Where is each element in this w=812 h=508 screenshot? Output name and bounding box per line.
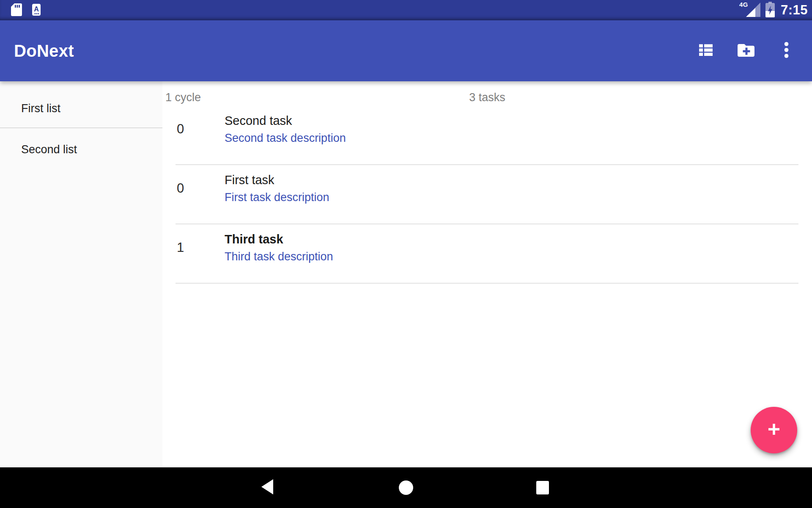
sd-card-icon [11, 3, 22, 18]
sidebar-item-second-list[interactable]: Second list [0, 128, 162, 171]
task-cycle-count: 1 [177, 230, 225, 265]
view-list-button[interactable] [698, 42, 714, 59]
status-bar: A 4G 7:15 [0, 0, 812, 20]
overflow-menu-button[interactable] [778, 42, 794, 59]
add-task-fab[interactable] [751, 407, 797, 453]
task-description: Third task description [225, 248, 333, 265]
main-area: First list Second list 1 cycle 3 tasks 0… [0, 81, 812, 467]
task-description: First task description [225, 189, 329, 206]
sidebar-item-label: Second list [21, 143, 77, 156]
cycle-count-label: 1 cycle [162, 91, 201, 106]
task-row[interactable]: 0 First task First task description [162, 165, 812, 224]
plus-icon [767, 422, 781, 438]
task-cycle-count: 0 [177, 112, 225, 146]
signal-strength-icon: 4G [742, 2, 760, 18]
back-icon[interactable] [261, 479, 273, 496]
task-description: Second task description [225, 130, 346, 146]
task-list-panel: 1 cycle 3 tasks 0 Second task Second tas… [162, 81, 812, 467]
task-cycle-count: 0 [177, 171, 225, 206]
app-bar-actions [698, 42, 794, 59]
list-summary-header: 1 cycle 3 tasks [162, 81, 812, 106]
overflow-menu-icon [784, 41, 789, 60]
task-title: First task [225, 171, 329, 189]
task-count-label: 3 tasks [469, 91, 505, 104]
create-folder-icon [738, 43, 754, 58]
status-bar-left-icons: A [11, 3, 41, 18]
clock: 7:15 [780, 3, 808, 18]
battery-charging-icon [765, 1, 775, 18]
task-row[interactable]: 0 Second task Second task description [162, 106, 812, 165]
app-title: DoNext [14, 41, 74, 61]
task-title: Third task [225, 231, 333, 248]
create-folder-button[interactable] [738, 42, 754, 59]
sidebar-item-label: First list [21, 102, 60, 115]
task-title: Second task [225, 112, 346, 130]
sidebar: First list Second list [0, 81, 162, 467]
recents-icon[interactable] [536, 481, 549, 494]
android-navigation-bar [0, 467, 812, 508]
app-bar: DoNext [0, 20, 812, 81]
file-a-icon: A [32, 4, 41, 17]
task-row[interactable]: 1 Third task Third task description [162, 224, 812, 284]
status-bar-right: 4G 7:15 [742, 1, 808, 19]
view-list-icon [698, 43, 713, 59]
sidebar-item-first-list[interactable]: First list [0, 81, 162, 128]
home-icon[interactable] [399, 480, 413, 495]
svg-text:A: A [34, 6, 39, 13]
